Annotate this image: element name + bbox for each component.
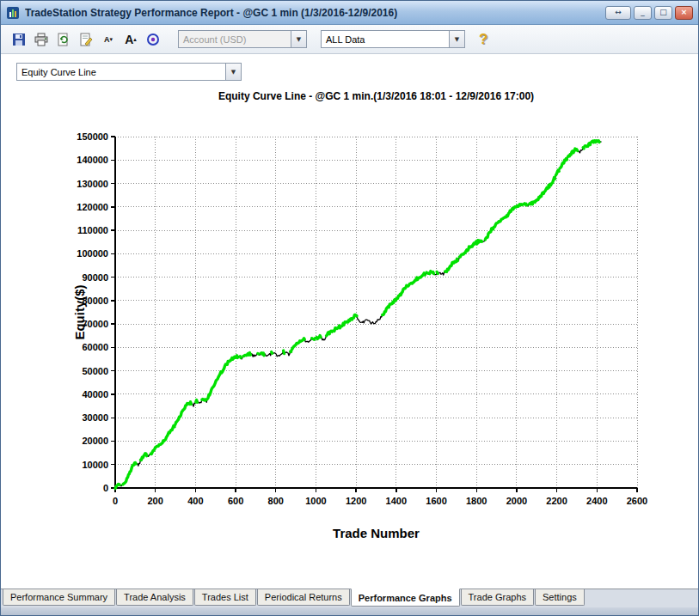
print-button[interactable]	[30, 28, 52, 51]
svg-text:0: 0	[113, 496, 118, 506]
svg-text:60000: 60000	[82, 342, 108, 352]
tradestation-target-button[interactable]	[142, 28, 164, 51]
svg-text:130000: 130000	[77, 179, 108, 189]
arrow-up-icon: ▴	[133, 36, 137, 43]
equity-curve-line	[115, 141, 601, 489]
svg-text:2600: 2600	[627, 496, 647, 506]
svg-text:2400: 2400	[586, 496, 607, 506]
account-combo: Account (USD) ▼	[178, 30, 307, 48]
font-increase-button[interactable]: A▴	[120, 28, 142, 51]
svg-text:110000: 110000	[77, 225, 108, 235]
report-content: Equity Curve Line ▼ 01000020000300004000…	[1, 54, 698, 589]
svg-text:20000: 20000	[82, 436, 108, 446]
tab-settings[interactable]: Settings	[535, 589, 585, 606]
svg-text:1200: 1200	[346, 496, 366, 506]
svg-text:150000: 150000	[77, 131, 108, 142]
chart-axes	[111, 137, 637, 492]
chart-title: Equity Curve Line - @GC 1 min.(1/3/2016 …	[218, 90, 534, 102]
svg-text:140000: 140000	[77, 155, 108, 165]
svg-text:200: 200	[148, 496, 163, 506]
data-range-combo-value: ALL Data	[322, 31, 449, 47]
graph-type-combo[interactable]: Equity Curve Line ▼	[16, 63, 242, 81]
restore-button[interactable]: □	[654, 6, 672, 20]
minimize-icon: _	[641, 8, 645, 16]
app-icon	[6, 6, 20, 20]
tradestation-report-window: TradeStation Strategy Performance Report…	[0, 0, 699, 616]
close-icon: ×	[681, 8, 688, 16]
refresh-report-icon	[57, 33, 71, 46]
close-button[interactable]: ×	[675, 6, 693, 20]
save-button[interactable]	[8, 28, 30, 51]
resize-icon: ↔	[615, 8, 622, 16]
x-axis-label: Trade Number	[333, 526, 420, 540]
svg-text:1000: 1000	[305, 496, 326, 506]
account-combo-value: Account (USD)	[179, 31, 291, 47]
svg-text:40000: 40000	[82, 389, 108, 399]
svg-text:0: 0	[103, 483, 108, 493]
arrow-down-icon: ▾	[109, 36, 113, 43]
tradestation-target-icon	[146, 33, 160, 46]
minimize-button[interactable]: _	[634, 6, 652, 20]
restore-icon: □	[659, 8, 667, 16]
svg-text:50000: 50000	[82, 366, 108, 376]
help-icon: ?	[479, 31, 487, 47]
data-range-combo[interactable]: ALL Data ▼	[321, 30, 465, 48]
svg-text:400: 400	[187, 496, 203, 506]
save-icon	[12, 33, 26, 46]
refresh-report-button[interactable]	[52, 28, 75, 51]
svg-text:2000: 2000	[506, 496, 527, 506]
svg-text:800: 800	[268, 496, 284, 506]
chevron-down-icon: ▼	[291, 31, 306, 47]
window-bottom-edge	[1, 607, 698, 616]
print-icon	[34, 33, 48, 46]
svg-text:90000: 90000	[82, 272, 108, 283]
y-axis-label: Equity($)	[72, 284, 87, 339]
tab-performance-summary[interactable]: Performance Summary	[3, 589, 115, 606]
chevron-down-icon: ▼	[449, 31, 464, 47]
tab-trade-analysis[interactable]: Trade Analysis	[116, 589, 193, 606]
chart-grid	[115, 137, 637, 488]
toolbar: A▾ A▴ Account (USD) ▼ ALL Data ▼ ?	[1, 25, 698, 54]
tab-performance-graphs[interactable]: Performance Graphs	[351, 589, 460, 607]
help-button[interactable]: ?	[479, 31, 487, 48]
svg-text:1800: 1800	[466, 496, 487, 506]
svg-text:1400: 1400	[386, 496, 407, 506]
svg-text:600: 600	[228, 496, 243, 506]
equity-curve-chart: 0100002000030000400005000060000700008000…	[1, 54, 699, 589]
tab-periodical-returns[interactable]: Periodical Returns	[257, 589, 350, 606]
window-controls: ↔ _ □ ×	[605, 6, 693, 20]
report-settings-button[interactable]	[75, 28, 97, 51]
svg-text:1600: 1600	[426, 496, 446, 506]
font-increase-icon: A	[125, 33, 133, 46]
tab-bar: Performance SummaryTrade AnalysisTrades …	[1, 589, 698, 607]
report-settings-icon	[79, 33, 93, 46]
tab-trades-list[interactable]: Trades List	[194, 589, 256, 606]
titlebar[interactable]: TradeStation Strategy Performance Report…	[1, 1, 698, 25]
svg-text:100000: 100000	[77, 248, 108, 259]
chevron-down-icon: ▼	[225, 64, 241, 80]
chart-labels: 0100002000030000400005000060000700008000…	[72, 90, 647, 540]
svg-text:10000: 10000	[82, 460, 108, 470]
svg-text:30000: 30000	[82, 412, 108, 423]
tab-trade-graphs[interactable]: Trade Graphs	[461, 589, 534, 606]
svg-text:2200: 2200	[546, 496, 567, 506]
svg-text:120000: 120000	[77, 202, 108, 212]
resize-button[interactable]: ↔	[605, 6, 631, 20]
font-decrease-button[interactable]: A▾	[97, 28, 120, 51]
graph-type-combo-value: Equity Curve Line	[17, 64, 225, 80]
window-title: TradeStation Strategy Performance Report…	[25, 7, 605, 19]
